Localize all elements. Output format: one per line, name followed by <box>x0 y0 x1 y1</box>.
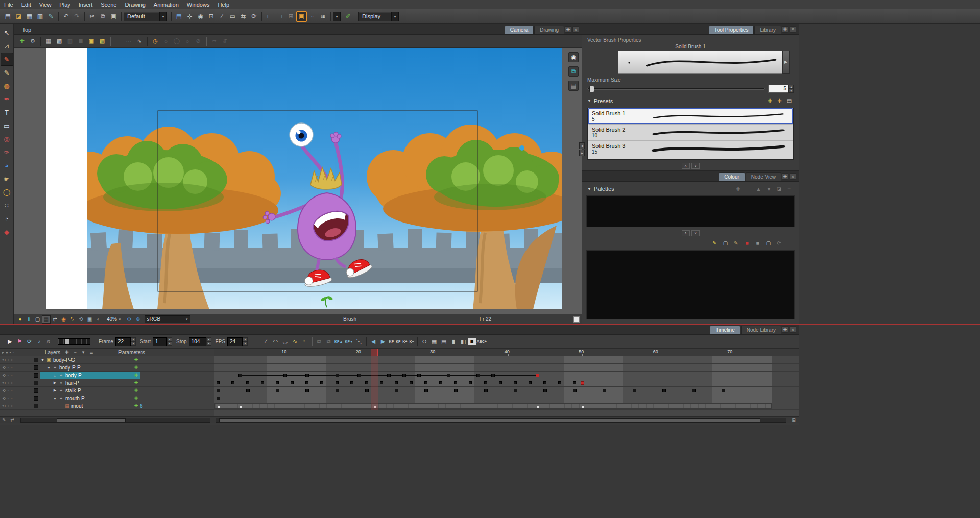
empty-colour-swatch[interactable]: ▢ <box>764 239 773 247</box>
keyframe-marker[interactable] <box>357 374 361 377</box>
keyframe-marker[interactable] <box>447 374 450 377</box>
layer-enable-checkbox[interactable] <box>34 381 38 385</box>
keyframe-marker[interactable] <box>573 389 577 392</box>
keyframe-marker-red[interactable] <box>581 381 584 385</box>
wash-background-icon[interactable]: ◐ <box>94 315 103 324</box>
timeline-ruler[interactable]: 10203040506070 <box>214 349 799 356</box>
new-scene-icon[interactable]: ▤ <box>3 11 13 22</box>
frame-field[interactable]: 22▲▼ <box>115 337 136 346</box>
lock-pencil-icon[interactable]: ▩ <box>97 36 107 46</box>
camera-mask-icon[interactable]: ▭ <box>227 11 238 22</box>
layer-row-body-P[interactable]: ⟲◦▫∟⌖body-P✚ <box>0 372 214 379</box>
ruler-icon[interactable]: ▥ <box>65 36 75 46</box>
spin-up-icon[interactable]: ▲ <box>788 85 794 89</box>
onion-skin-tool[interactable]: ◔ <box>1 212 13 225</box>
align-left-icon[interactable]: ⊏ <box>264 11 275 22</box>
spinner-arrows[interactable]: ▲▼ <box>243 337 248 346</box>
keyframe-marker[interactable] <box>499 381 502 384</box>
close-view-button[interactable]: × <box>572 26 579 33</box>
canvas-area[interactable]: ◉⧉▤ <box>14 48 582 314</box>
layer-overlay-icon[interactable]: ⧉ <box>568 66 579 77</box>
collapse-triangle-icon[interactable]: ▼ <box>587 187 591 191</box>
cut-icon[interactable]: ✂ <box>87 11 98 22</box>
rotate-view-icon[interactable]: ⟳ <box>249 11 259 22</box>
add-view-button[interactable]: ✚ <box>782 326 788 333</box>
keyframe-marker[interactable] <box>484 389 488 392</box>
keyframe-marker[interactable] <box>365 389 369 392</box>
layer-arrows-icon[interactable]: ⟲ <box>2 358 6 362</box>
ink-tool[interactable]: ✒ <box>1 92 13 106</box>
keyframe-marker[interactable] <box>439 381 442 384</box>
flatten-curve-icon[interactable]: ≈ <box>300 337 309 347</box>
close-view-button[interactable]: × <box>790 173 796 180</box>
tab-node-library[interactable]: Node Library <box>741 326 781 334</box>
palette-up-icon[interactable]: ▲ <box>754 185 763 193</box>
flip-horizontal-icon[interactable]: ⇆ <box>238 11 249 22</box>
add-layer-icon[interactable]: ✚ <box>63 349 70 355</box>
ease-in-icon[interactable]: ◠ <box>271 337 280 347</box>
zoom-fit-icon[interactable]: ⊞ <box>790 417 798 423</box>
spin-down-icon[interactable]: ▼ <box>167 341 172 346</box>
add-keyframe-kf-icon[interactable]: KF▲ <box>333 337 344 347</box>
permanent-selection-icon[interactable]: ▫ <box>307 11 318 22</box>
lightning-icon[interactable]: ϟ <box>68 315 77 324</box>
brush-preset-row[interactable]: Solid Brush 315 <box>588 141 793 157</box>
onion-skin-clock-icon[interactable]: ◷ <box>150 36 160 46</box>
preview-expand-button[interactable]: ▶ <box>782 51 790 74</box>
overlay-square-icon[interactable]: ▢ <box>33 315 42 324</box>
show-data-icon[interactable]: ≣ <box>88 349 95 355</box>
add-palette-icon[interactable]: ✚ <box>734 185 743 193</box>
add-parameter-button[interactable]: ✚ <box>133 373 139 378</box>
layer-row-body-P-G[interactable]: ⟲◦▫▼▣body-P-G✚ <box>0 356 214 364</box>
keyframe-marker[interactable] <box>476 374 480 377</box>
add-exposure-icon[interactable]: K+ <box>401 337 408 347</box>
remove-exposure-icon[interactable]: K− <box>408 337 415 347</box>
spinner-arrows[interactable]: ▲▼ <box>131 337 136 346</box>
paint-tool[interactable]: ◍ <box>1 79 13 92</box>
palette-folder-icon[interactable]: ◪ <box>775 185 783 193</box>
menu-insert[interactable]: Insert <box>75 1 97 8</box>
edit-texture-icon[interactable]: ✎ <box>732 239 740 247</box>
layer-colour-icon[interactable]: ◦ <box>8 365 9 370</box>
current-colour-swatch[interactable]: ■ <box>743 239 751 247</box>
add-view-button[interactable]: ✚ <box>565 26 571 33</box>
onion-toggle-icon[interactable]: ◉ <box>59 315 68 324</box>
keyframe-marker[interactable] <box>305 374 309 377</box>
tab-node-view[interactable]: Node View <box>746 172 781 181</box>
menu-windows[interactable]: Windows <box>183 1 214 8</box>
keyframe-marker[interactable] <box>529 381 532 384</box>
abc-label-icon[interactable]: ABC+ <box>476 337 488 347</box>
add-parameter-button[interactable]: ✚ <box>133 403 139 409</box>
remove-keyframe-kf-icon[interactable]: KF▼ <box>344 337 354 347</box>
layer-colour-icon[interactable]: ◦ <box>8 373 9 378</box>
text-tool[interactable]: T <box>1 106 13 119</box>
layer-colour-icon[interactable]: ◦ <box>8 396 9 401</box>
sound-waveform-icon[interactable]: ▮ <box>449 337 459 347</box>
layer-name-area[interactable]: ▼⌖body-P-P✚ <box>40 364 140 372</box>
keyframe-marker[interactable] <box>238 374 242 377</box>
keyframe-marker[interactable] <box>336 381 339 384</box>
prev-keyframe-icon[interactable]: ◀ <box>369 337 378 347</box>
menu-edit[interactable]: Edit <box>17 1 35 8</box>
layer-enable-checkbox[interactable] <box>34 396 38 401</box>
split-view-icon[interactable]: ◧ <box>459 337 468 347</box>
scroll-down-button[interactable]: ∨ <box>691 163 700 169</box>
keyframe-marker[interactable] <box>417 374 421 377</box>
spin-down-icon[interactable]: ▼ <box>243 341 248 346</box>
motion-mode-icon[interactable]: ∕ <box>261 337 271 347</box>
spinner-arrows[interactable]: ▲▼ <box>788 85 794 93</box>
sound-button[interactable]: ♪ <box>34 337 44 347</box>
stroke-tool[interactable]: ✑ <box>1 145 13 159</box>
layer-thumb-icon[interactable]: ▫ <box>11 404 13 408</box>
scrollbar-thumb[interactable] <box>219 418 760 422</box>
keyframe-marker[interactable] <box>291 381 294 384</box>
keyframe-marker[interactable] <box>603 389 606 392</box>
fps-value[interactable]: 24 <box>227 337 243 346</box>
spin-down-icon[interactable]: ▼ <box>131 341 136 346</box>
show-strokes-icon[interactable]: ▤ <box>174 11 184 22</box>
palette-list[interactable] <box>586 195 795 227</box>
layer-row-mout[interactable]: ⟲◦▫▤mout✚6 <box>0 402 214 410</box>
add-parameter-button[interactable]: ✚ <box>133 365 139 371</box>
duplicate-drawing-icon[interactable]: ⧉ <box>314 337 324 347</box>
add-view-button[interactable]: ✚ <box>782 173 788 180</box>
